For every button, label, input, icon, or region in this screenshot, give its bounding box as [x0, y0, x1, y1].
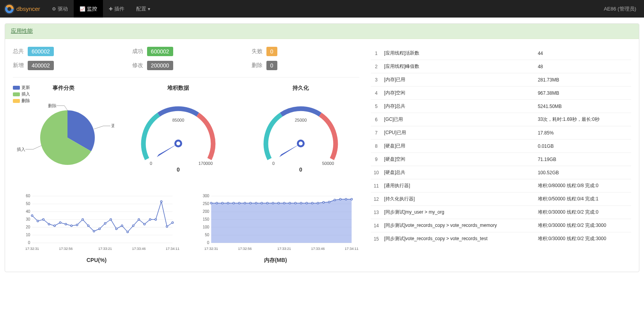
row-value: 17.85% [536, 126, 631, 140]
nav-driver[interactable]: ⚙ 驱动 [46, 0, 74, 18]
svg-text:200: 200 [203, 209, 209, 214]
gauge-title: 持久化 [243, 85, 359, 92]
svg-point-97 [328, 201, 330, 203]
table-row: 2[应用线程]峰值数48 [371, 60, 631, 73]
row-index: 4 [371, 87, 382, 100]
svg-text:17:33:46: 17:33:46 [132, 247, 145, 251]
row-index: 11 [371, 179, 382, 193]
table-row: 12[持久化执行器]堆积:0/50000 线程:0/4 完成:1 [371, 193, 631, 206]
svg-point-40 [82, 219, 83, 220]
svg-point-35 [54, 225, 55, 226]
svg-point-84 [255, 202, 257, 204]
table-row: 13[同步测试]my_user > my_org堆积:0/30000 线程:0/… [371, 206, 631, 219]
cpu-title: CPU(%) [13, 257, 180, 263]
performance-panel: 应用性能 总共 600002 成功 600002 失败 0 [5, 23, 639, 272]
row-key: [同步测试]vote_records_copy > vote_records_t… [382, 232, 536, 246]
stat-insert: 新增 400002 [13, 61, 121, 70]
row-key: [GC]已用 [382, 113, 536, 126]
row-key: [内存]总共 [382, 100, 536, 113]
panel-title-link[interactable]: 应用性能 [11, 28, 33, 34]
svg-point-94 [311, 202, 313, 204]
svg-text:150: 150 [203, 217, 209, 221]
legend-label: 删除 [21, 98, 30, 104]
stat-update: 修改 200000 [132, 61, 240, 70]
svg-point-78 [222, 202, 223, 204]
metrics-table: 1[应用线程]活跃数442[应用线程]峰值数483[内存]已用281.73MB4… [371, 47, 631, 245]
svg-point-76 [210, 202, 212, 204]
nav-user[interactable]: AE86 (管理员) [604, 5, 640, 12]
svg-point-49 [132, 225, 134, 226]
stats-row-2: 新增 400002 修改 200000 删除 0 [13, 61, 359, 70]
legend-swatch [13, 86, 20, 90]
svg-point-46 [115, 228, 117, 230]
svg-text:20: 20 [26, 225, 30, 229]
svg-point-90 [289, 202, 291, 204]
caret-down-icon: ▾ [148, 6, 150, 12]
svg-point-81 [238, 202, 240, 204]
svg-point-11 [299, 142, 303, 145]
svg-text:30: 30 [26, 217, 30, 221]
row-key: [硬盘]空闲 [382, 153, 536, 166]
nav-plugin[interactable]: ✚ 插件 [103, 0, 130, 18]
nav-monitor[interactable]: 📈 监控 [74, 0, 103, 18]
table-row: 8[硬盘]已用0.01GB [371, 140, 631, 153]
svg-point-36 [59, 222, 61, 223]
row-index: 10 [371, 166, 382, 179]
table-row: 14[同步测试]vote_records_copy > vote_records… [371, 219, 631, 232]
row-key: [内存]已用 [382, 73, 536, 87]
svg-point-77 [216, 202, 217, 204]
legend-delete[interactable]: 删除 [13, 98, 30, 104]
svg-point-8 [176, 142, 180, 145]
svg-text:17:32:56: 17:32:56 [59, 247, 73, 251]
svg-text:17:34:11: 17:34:11 [345, 247, 358, 251]
row-value: 71.19GB [536, 153, 631, 166]
panel-header: 应用性能 [5, 24, 639, 39]
svg-point-51 [144, 223, 145, 225]
row-key: [内存]空闲 [382, 87, 536, 100]
svg-text:300: 300 [203, 194, 209, 198]
stat-label: 成功 [132, 48, 144, 55]
svg-text:50: 50 [26, 202, 30, 206]
table-row: 1[应用线程]活跃数44 [371, 47, 631, 60]
pie-label-insert: 插入 [17, 147, 25, 152]
svg-point-98 [334, 199, 335, 201]
svg-point-54 [160, 201, 162, 202]
row-value: 5241.50MB [536, 100, 631, 113]
row-value: 33次，耗时:1.69秒，最长:0秒 [536, 113, 631, 126]
stat-value: 0 [266, 61, 277, 70]
row-index: 9 [371, 153, 382, 166]
svg-line-0 [94, 126, 103, 129]
line-charts-row: 010203040506017:32:3117:32:5617:33:2117:… [13, 192, 359, 264]
svg-text:10: 10 [26, 233, 30, 237]
row-value: 堆积:0/50000 线程:0/4 完成:1 [536, 193, 631, 206]
svg-text:40: 40 [26, 209, 30, 214]
legend-update[interactable]: 更新 [13, 85, 30, 90]
row-index: 12 [371, 193, 382, 206]
gauge-mid: 25000 [295, 118, 307, 122]
legend-swatch [13, 99, 20, 103]
table-row: 11[通用执行器]堆积:0/80000 线程:0/8 完成:0 [371, 179, 631, 193]
nav-config[interactable]: 配置 ▾ [130, 0, 156, 18]
legend-insert[interactable]: 插入 [13, 91, 30, 97]
svg-text:60: 60 [26, 194, 30, 198]
row-key: [应用线程]峰值数 [382, 60, 536, 73]
stat-delete: 删除 0 [252, 61, 359, 70]
table-row: 6[GC]已用33次，耗时:1.69秒，最长:0秒 [371, 113, 631, 126]
row-value: 0.01GB [536, 140, 631, 153]
row-key: [CPU]已用 [382, 126, 536, 140]
row-value: 堆积:0/80000 线程:0/8 完成:0 [536, 179, 631, 193]
row-value: 堆积:0/30000 线程:0/2 完成:3000 [536, 232, 631, 246]
legend-label: 插入 [21, 91, 30, 97]
svg-text:17:33:21: 17:33:21 [98, 247, 112, 251]
svg-point-38 [71, 225, 72, 226]
stat-label: 新增 [13, 62, 25, 69]
table-row: 3[内存]已用281.73MB [371, 73, 631, 87]
svg-point-100 [345, 198, 347, 200]
svg-point-41 [87, 225, 89, 226]
svg-point-31 [31, 215, 33, 216]
nav-label: 驱动 [58, 5, 68, 12]
logo[interactable]: dbsyncer [4, 4, 40, 14]
charts-row: 更新 插入 删除 事件分类 [13, 85, 359, 173]
row-index: 13 [371, 206, 382, 219]
logo-text: dbsyncer [16, 5, 40, 12]
